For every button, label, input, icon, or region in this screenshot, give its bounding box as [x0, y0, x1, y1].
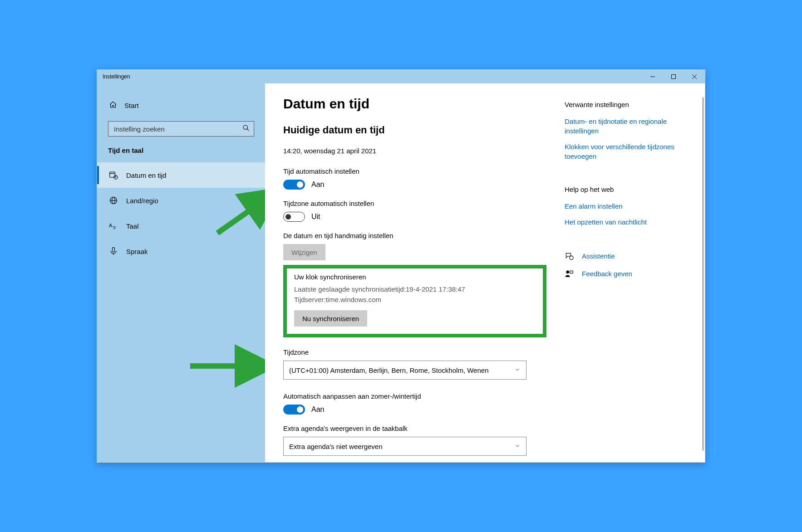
- main-content: Datum en tijd Huidige datum en tijd 14:2…: [265, 83, 705, 462]
- sidebar-home-label: Start: [124, 102, 139, 109]
- sync-now-button[interactable]: Nu synchroniseren: [294, 310, 367, 327]
- page-title: Datum en tijd: [283, 96, 546, 112]
- search-icon: [242, 124, 250, 133]
- svg-text:A: A: [109, 223, 113, 228]
- microphone-icon: [109, 247, 118, 256]
- sync-server: Tijdserver:time.windows.com: [294, 295, 536, 305]
- svg-point-22: [570, 256, 573, 259]
- feedback-icon: [565, 269, 574, 278]
- svg-point-4: [243, 125, 247, 129]
- titlebar: Instellingen: [97, 70, 705, 83]
- assist-link: Assistentie: [582, 251, 615, 261]
- sidebar-home[interactable]: Start: [97, 99, 265, 118]
- sidebar: Start Tijd en taal Datum en tijd Land/r: [97, 83, 265, 462]
- sidebar-item-region[interactable]: Land/regio: [97, 188, 265, 213]
- calendar-clock-icon: [109, 171, 118, 180]
- auto-timezone-toggle: Uit: [283, 212, 546, 222]
- feedback-link: Feedback geven: [582, 269, 632, 278]
- change-button[interactable]: Wijzigen: [283, 244, 325, 260]
- settings-content: Datum en tijd Huidige datum en tijd 14:2…: [283, 96, 546, 449]
- current-datetime-value: 14:20, woensdag 21 april 2021: [283, 147, 546, 155]
- search-input[interactable]: [108, 121, 254, 137]
- minimize-button[interactable]: [642, 70, 663, 83]
- current-datetime-heading: Huidige datum en tijd: [283, 124, 546, 136]
- related-heading: Verwante instellingen: [565, 101, 701, 108]
- assist-icon: [565, 252, 574, 261]
- home-icon: [109, 101, 117, 110]
- maximize-button[interactable]: [663, 70, 684, 83]
- link-night-light[interactable]: Het opzetten van nachtlicht: [565, 217, 701, 227]
- globe-icon: [109, 196, 118, 205]
- sidebar-item-label: Taal: [126, 222, 139, 230]
- sync-heading: Uw klok synchroniseren: [294, 273, 536, 281]
- chevron-down-icon: [514, 366, 521, 374]
- svg-point-23: [566, 270, 569, 273]
- auto-time-label: Tijd automatisch instellen: [283, 167, 546, 175]
- sidebar-item-label: Land/regio: [126, 197, 158, 205]
- sidebar-search: [108, 121, 254, 137]
- assist-row[interactable]: Assistentie: [565, 251, 701, 261]
- window-body: Start Tijd en taal Datum en tijd Land/r: [97, 83, 705, 462]
- svg-text:字: 字: [113, 226, 116, 230]
- timezone-value: (UTC+01:00) Amsterdam, Berlijn, Bern, Ro…: [289, 366, 488, 374]
- close-button[interactable]: [684, 70, 705, 83]
- language-icon: A字: [109, 221, 118, 230]
- auto-time-switch[interactable]: [283, 180, 305, 190]
- extra-calendars-label: Extra agenda's weergeven in de taakbalk: [283, 425, 546, 432]
- extra-calendars-select[interactable]: Extra agenda's niet weergeven: [283, 437, 526, 456]
- svg-line-10: [116, 177, 117, 178]
- manual-set-label: De datum en tijd handmatig instellen: [283, 232, 546, 239]
- settings-window: Instellingen Start: [97, 69, 705, 463]
- sidebar-category-title: Tijd en taal: [97, 146, 265, 162]
- svg-rect-16: [113, 248, 115, 252]
- svg-rect-1: [672, 75, 676, 79]
- window-controls: [642, 70, 705, 83]
- extra-calendars-value: Extra agenda's niet weergeven: [289, 443, 383, 450]
- sidebar-item-date-time[interactable]: Datum en tijd: [97, 162, 265, 188]
- timezone-select[interactable]: (UTC+01:00) Amsterdam, Berlijn, Bern, Ro…: [283, 361, 526, 380]
- dst-switch[interactable]: [283, 405, 305, 415]
- related-panel: Verwante instellingen Datum- en tijdnota…: [565, 96, 701, 449]
- sync-last: Laatste geslaagde synchronisatietijd:19-…: [294, 284, 536, 295]
- svg-rect-24: [570, 271, 573, 273]
- auto-timezone-state: Uit: [311, 213, 320, 221]
- auto-time-toggle: Aan: [283, 180, 546, 190]
- sidebar-item-label: Datum en tijd: [126, 171, 166, 179]
- auto-time-state: Aan: [311, 181, 324, 189]
- sync-clock-highlight: Uw klok synchroniseren Laatste geslaagde…: [283, 265, 546, 337]
- auto-timezone-label: Tijdzone automatisch instellen: [283, 200, 546, 207]
- timezone-label: Tijdzone: [283, 348, 546, 356]
- link-date-format[interactable]: Datum- en tijdnotatie en regionale inste…: [565, 117, 701, 136]
- dst-label: Automatisch aanpassen aan zomer-/wintert…: [283, 392, 546, 400]
- auto-timezone-switch[interactable]: [283, 212, 305, 222]
- window-title: Instellingen: [103, 73, 130, 80]
- web-help-heading: Help op het web: [565, 185, 701, 193]
- svg-line-5: [247, 129, 249, 131]
- chevron-down-icon: [514, 443, 521, 450]
- link-add-clocks[interactable]: Klokken voor verschillende tijdzones toe…: [565, 142, 701, 161]
- sidebar-item-label: Spraak: [126, 248, 148, 255]
- feedback-row[interactable]: Feedback geven: [565, 269, 701, 278]
- link-set-alarm[interactable]: Een alarm instellen: [565, 201, 701, 211]
- dst-state: Aan: [311, 405, 324, 414]
- scrollbar[interactable]: [702, 83, 705, 462]
- dst-toggle: Aan: [283, 405, 546, 415]
- sidebar-item-language[interactable]: A字 Taal: [97, 213, 265, 239]
- sync-info: Laatste geslaagde synchronisatietijd:19-…: [294, 284, 536, 305]
- sidebar-item-speech[interactable]: Spraak: [97, 239, 265, 264]
